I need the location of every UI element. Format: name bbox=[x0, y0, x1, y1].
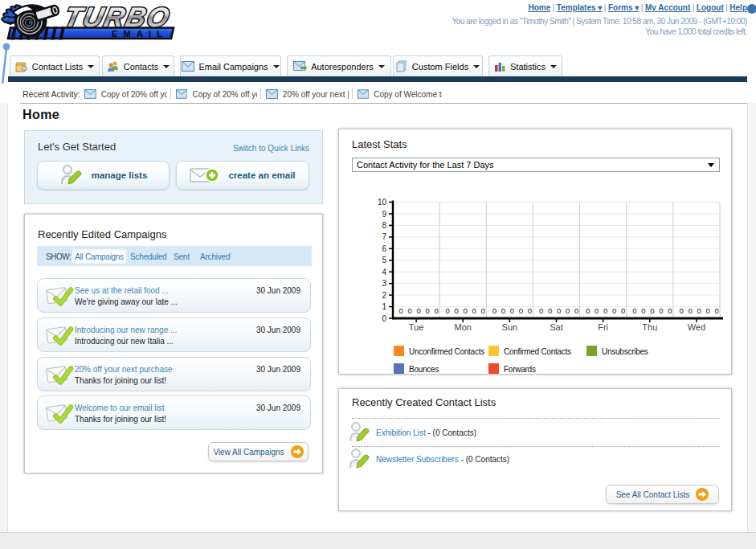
svg-text:0: 0 bbox=[472, 306, 476, 315]
svg-text:0: 0 bbox=[641, 306, 645, 315]
svg-text:0: 0 bbox=[464, 306, 468, 315]
svg-text:0: 0 bbox=[426, 306, 430, 315]
svg-text:Tue: Tue bbox=[409, 322, 424, 332]
svg-text:10: 10 bbox=[378, 198, 387, 207]
svg-text:0: 0 bbox=[705, 306, 709, 315]
svg-text:0: 0 bbox=[408, 306, 412, 315]
svg-text:0: 0 bbox=[659, 306, 663, 315]
svg-text:0: 0 bbox=[612, 306, 616, 315]
svg-text:0: 0 bbox=[481, 306, 485, 315]
svg-text:Mon: Mon bbox=[454, 322, 471, 332]
svg-text:0: 0 bbox=[632, 306, 636, 315]
svg-text:Thu: Thu bbox=[642, 322, 657, 332]
svg-text:Wed: Wed bbox=[688, 322, 705, 332]
svg-text:8: 8 bbox=[382, 221, 386, 230]
svg-text:0: 0 bbox=[455, 306, 459, 315]
svg-text:0: 0 bbox=[492, 306, 497, 315]
svg-text:0: 0 bbox=[595, 306, 599, 315]
svg-text:0: 0 bbox=[501, 306, 505, 315]
svg-text:9: 9 bbox=[382, 210, 386, 219]
svg-text:TURBO: TURBO bbox=[62, 2, 174, 32]
svg-text:0: 0 bbox=[435, 306, 439, 315]
svg-text:0: 0 bbox=[714, 306, 718, 315]
svg-text:Unconfirmed Contacts: Unconfirmed Contacts bbox=[409, 347, 484, 356]
svg-text:0: 0 bbox=[621, 306, 625, 315]
svg-text:0: 0 bbox=[688, 306, 692, 315]
svg-text:0: 0 bbox=[510, 306, 514, 315]
svg-text:0: 0 bbox=[528, 306, 532, 315]
svg-text:0: 0 bbox=[668, 306, 672, 315]
svg-text:Confirmed Contacts: Confirmed Contacts bbox=[504, 347, 571, 356]
svg-text:0: 0 bbox=[417, 306, 421, 315]
svg-text:3: 3 bbox=[382, 279, 386, 288]
svg-text:0: 0 bbox=[697, 306, 701, 315]
svg-text:5: 5 bbox=[382, 256, 386, 264]
svg-text:0: 0 bbox=[679, 306, 683, 315]
svg-text:0: 0 bbox=[399, 306, 403, 315]
svg-text:7: 7 bbox=[382, 232, 386, 241]
svg-text:Sun: Sun bbox=[502, 322, 518, 332]
svg-text:0: 0 bbox=[586, 306, 590, 315]
svg-text:0: 0 bbox=[548, 306, 552, 315]
svg-text:0: 0 bbox=[650, 306, 654, 315]
svg-text:Sat: Sat bbox=[550, 322, 563, 332]
svg-text:0: 0 bbox=[566, 306, 570, 315]
svg-text:6: 6 bbox=[382, 244, 386, 253]
svg-text:0: 0 bbox=[519, 306, 523, 315]
svg-text:0: 0 bbox=[539, 306, 543, 315]
svg-text:0: 0 bbox=[446, 306, 450, 315]
svg-text:4: 4 bbox=[382, 268, 386, 277]
svg-text:1: 1 bbox=[382, 302, 386, 311]
svg-text:0: 0 bbox=[382, 314, 386, 323]
svg-text:Bounces: Bounces bbox=[409, 365, 439, 374]
svg-text:0: 0 bbox=[603, 306, 607, 315]
svg-text:2: 2 bbox=[382, 291, 386, 300]
svg-text:0: 0 bbox=[574, 306, 578, 315]
svg-text:0: 0 bbox=[557, 306, 561, 315]
svg-text:Fri: Fri bbox=[598, 322, 608, 332]
svg-text:Unsubscribes: Unsubscribes bbox=[602, 347, 648, 356]
svg-text:Forwards: Forwards bbox=[504, 365, 536, 374]
